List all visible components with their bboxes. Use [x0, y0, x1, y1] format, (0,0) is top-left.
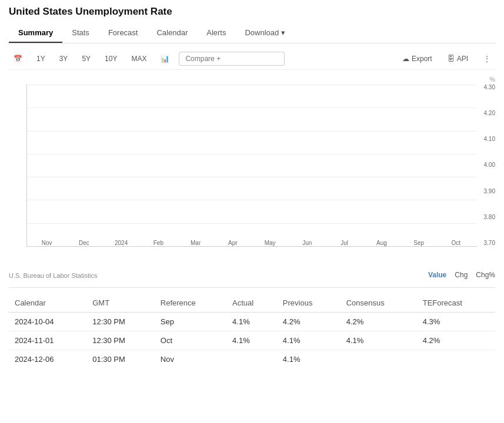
bar-2024-label: 2024: [115, 240, 128, 246]
table-row: 2024-10-04 12:30 PM Sep 4.1% 4.2% 4.2% 4…: [9, 313, 495, 331]
database-icon: 🗄: [448, 55, 455, 63]
table-body: 2024-10-04 12:30 PM Sep 4.1% 4.2% 4.2% 4…: [9, 313, 495, 369]
col-previous: Previous: [277, 294, 341, 313]
bar-2024: 2024: [104, 237, 139, 246]
col-consensus: Consensus: [341, 294, 417, 313]
table-header-row: Calendar GMT Reference Actual Previous C…: [9, 294, 495, 313]
cell-gmt-0: 12:30 PM: [86, 313, 155, 331]
chart-type-button[interactable]: 📊: [156, 52, 174, 65]
divider: [9, 287, 495, 288]
more-options-button[interactable]: ⋮: [479, 52, 495, 65]
page-title: United States Unemployment Rate: [9, 6, 495, 18]
bar-dec: Dec: [66, 237, 101, 246]
tab-bar: Summary Stats Forecast Calendar Alerts D…: [9, 24, 495, 43]
api-label: API: [457, 55, 468, 63]
bar-nov: Nov: [29, 237, 64, 246]
bar-may: May: [253, 237, 288, 246]
legend-value-label[interactable]: Value: [428, 271, 446, 279]
toolbar: 📅 1Y 3Y 5Y 10Y MAX 📊 ☁ Export 🗄 API ⋮: [9, 48, 495, 70]
tab-stats[interactable]: Stats: [62, 24, 99, 43]
legend-chgpct-label[interactable]: Chg%: [476, 271, 495, 279]
cell-teforecast-2: [417, 350, 495, 369]
cell-previous-1: 4.1%: [277, 331, 341, 350]
export-button[interactable]: ☁ Export: [398, 52, 437, 65]
period-max[interactable]: MAX: [126, 52, 151, 65]
y-label-6: 3.70: [484, 240, 495, 246]
tab-calendar[interactable]: Calendar: [147, 24, 197, 43]
bar-sep: Sep: [402, 237, 436, 246]
y-label-4: 3.90: [484, 189, 495, 194]
y-label-3: 4.00: [484, 162, 495, 168]
bar-mar: Mar: [178, 237, 213, 246]
period-1y[interactable]: 1Y: [32, 52, 50, 65]
cell-consensus-1: 4.1%: [341, 331, 417, 350]
cell-previous-2: 4.1%: [277, 350, 341, 369]
bar-aug: Aug: [364, 237, 399, 246]
cell-calendar-1: 2024-11-01: [9, 331, 86, 350]
cell-reference-0: Sep: [155, 313, 226, 331]
tab-download[interactable]: Download ▾: [235, 24, 294, 43]
cell-calendar-2: 2024-12-06: [9, 350, 86, 369]
tab-summary[interactable]: Summary: [9, 24, 62, 43]
period-10y[interactable]: 10Y: [100, 52, 122, 65]
y-label-1: 4.20: [484, 110, 495, 116]
export-label: Export: [412, 55, 432, 63]
cell-actual-1: 4.1%: [226, 331, 277, 350]
y-label-2: 4.10: [484, 136, 495, 142]
chart-source: U.S. Bureau of Labor Statistics: [9, 272, 97, 279]
table-row: 2024-11-01 12:30 PM Oct 4.1% 4.1% 4.1% 4…: [9, 331, 495, 350]
cell-consensus-0: 4.2%: [341, 313, 417, 331]
chart-legend: Value Chg Chg%: [428, 271, 495, 279]
cell-calendar-0: 2024-10-04: [9, 313, 86, 331]
cell-teforecast-1: 4.2%: [417, 331, 495, 350]
bar-may-label: May: [265, 240, 276, 246]
bar-apr: Apr: [215, 237, 250, 246]
grid-line-7: [26, 246, 476, 247]
compare-input[interactable]: [179, 52, 285, 66]
bar-apr-label: Apr: [228, 240, 238, 246]
export-icon: ☁: [402, 55, 409, 63]
bars-wrapper: Nov Dec 2024 Feb: [26, 85, 476, 246]
cell-gmt-1: 12:30 PM: [86, 331, 155, 350]
cell-actual-2: [226, 350, 277, 369]
tab-alerts[interactable]: Alerts: [197, 24, 235, 43]
tab-forecast[interactable]: Forecast: [99, 24, 148, 43]
col-gmt: GMT: [86, 294, 155, 313]
cell-consensus-2: [341, 350, 417, 369]
bar-jun-label: Jun: [302, 240, 312, 246]
col-actual: Actual: [226, 294, 277, 313]
cell-teforecast-0: 4.3%: [417, 313, 495, 331]
cell-gmt-2: 01:30 PM: [86, 350, 155, 369]
bar-jun: Jun: [290, 237, 325, 246]
calendar-button[interactable]: 📅: [9, 52, 27, 65]
toolbar-right: ☁ Export 🗄 API ⋮: [398, 52, 495, 65]
cell-actual-0: 4.1%: [226, 313, 277, 331]
bar-oct-label: Oct: [452, 240, 461, 246]
period-5y[interactable]: 5Y: [77, 52, 95, 65]
bar-oct: Oct: [439, 237, 473, 246]
bar-sep-label: Sep: [413, 240, 424, 246]
cell-previous-0: 4.2%: [277, 313, 341, 331]
legend-chg-label[interactable]: Chg: [455, 271, 468, 279]
table-row: 2024-12-06 01:30 PM Nov 4.1%: [9, 350, 495, 369]
col-teforecast: TEForecast: [417, 294, 495, 313]
chart-y-unit: %: [489, 76, 495, 83]
bar-mar-label: Mar: [191, 240, 201, 246]
y-axis: 4.30 4.20 4.10 4.00 3.90 3.80 3.70: [478, 85, 495, 246]
bar-dec-label: Dec: [79, 240, 89, 246]
chart-area: % 4.30 4.20 4.10 4.00 3.90 3.80 3.70: [9, 76, 495, 264]
table-head: Calendar GMT Reference Actual Previous C…: [9, 294, 495, 313]
col-reference: Reference: [155, 294, 226, 313]
bar-jul: Jul: [327, 237, 362, 246]
bar-aug-label: Aug: [376, 240, 387, 246]
period-3y[interactable]: 3Y: [55, 52, 73, 65]
api-button[interactable]: 🗄 API: [443, 52, 473, 65]
bar-jul-label: Jul: [341, 240, 348, 246]
chart-footer: U.S. Bureau of Labor Statistics Value Ch…: [9, 270, 495, 279]
col-calendar: Calendar: [9, 294, 86, 313]
data-table: Calendar GMT Reference Actual Previous C…: [9, 294, 495, 368]
bar-nov-label: Nov: [42, 240, 52, 246]
y-label-0: 4.30: [484, 85, 495, 90]
y-label-5: 3.80: [484, 214, 495, 220]
bar-feb: Feb: [141, 237, 176, 246]
